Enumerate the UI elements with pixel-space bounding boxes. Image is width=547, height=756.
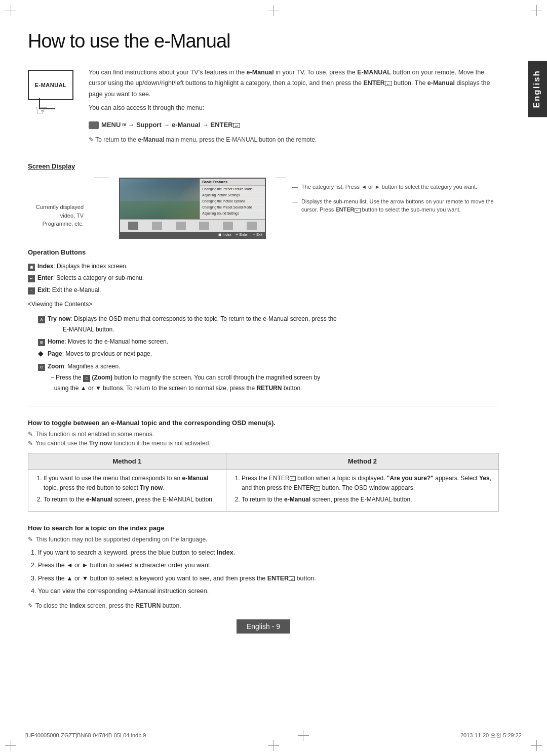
op-exit: → Exit: Exit the e-Manual.: [28, 285, 499, 296]
menu-path: MENUm → Support → e-Manual → ENTER↵: [89, 119, 499, 131]
index-section: How to search for a topic on the index p…: [28, 524, 499, 609]
op-enter: ↵ Enter: Selects a category or sub-menu.: [28, 273, 499, 284]
toggle-note-2: You cannot use the Try now function if t…: [28, 440, 499, 447]
op-index: ▣ Index: Displays the index screen.: [28, 261, 499, 272]
index-step-2: Press the ◄ or ► button to select a char…: [38, 560, 499, 571]
op-page: ◆ Page: Moves to previous or next page.: [38, 349, 499, 359]
emanual-badge: E-MANUAL: [28, 70, 73, 100]
tv-icon-2: [152, 222, 162, 230]
zoom-inline-icon: C: [83, 375, 90, 382]
page-title: How to use the e-Manual: [28, 30, 499, 52]
zoom-icon: C: [38, 364, 45, 371]
method1-header: Method 1: [28, 453, 226, 469]
page-number-container: English - 9: [28, 619, 499, 634]
menu-icon: [89, 121, 99, 129]
crosshair-footer-center: [298, 730, 309, 741]
tv-icon-6: [247, 222, 257, 230]
crosshair-top-center: [268, 5, 279, 16]
tv-icon-1: [128, 222, 138, 230]
crosshair-top-left: [5, 5, 16, 16]
tv-icon-5: [223, 222, 233, 230]
right-label-1: The category list. Press ◄ or ► button t…: [296, 183, 499, 191]
index-step-3: Press the ▲ or ▼ button to select a keyw…: [38, 573, 499, 584]
index-heading: How to search for a topic on the index p…: [28, 524, 499, 532]
right-label-2: Displays the sub-menu list. Use the arro…: [296, 197, 499, 214]
footer-left: [UF40005000-ZGZT]BN68-04784B-05L04.indb …: [25, 732, 146, 738]
tv-menu-header: Basic Features: [200, 179, 265, 186]
try-now-icon: A: [38, 316, 45, 323]
tv-menu-item-3: Changing the Picture Options: [200, 198, 265, 204]
main-content: How to use the e-Manual E-MANUAL ☞ You c…: [28, 30, 519, 634]
index-step-4: You can view the corresponding e-Manual …: [38, 585, 499, 597]
page-number-badge: English - 9: [237, 619, 290, 634]
tv-icon-bar: [120, 219, 265, 232]
tv-menu-item-5: Adjusting Sound Settings: [200, 211, 265, 216]
intro-note: To return to the e-Manual main menu, pre…: [89, 135, 499, 145]
tv-menu-item-4: Changing the Preset Sound Mode: [200, 204, 265, 211]
op-try-now: A Try now: Displays the OSD menu that co…: [38, 314, 499, 334]
intro-section: E-MANUAL ☞ You can find instructions abo…: [28, 67, 499, 152]
op-home: B Home: Moves to the e-Manual home scree…: [38, 337, 499, 347]
index-icon: ▣: [28, 264, 35, 271]
tv-icon-3: [176, 222, 186, 230]
diagram-right-labels: The category list. Press ◄ or ► button t…: [296, 183, 499, 220]
tv-menu-item-2: Adjusting Picture Settings: [200, 192, 265, 198]
method2-header: Method 2: [226, 453, 499, 469]
toggle-heading: How to toggle between an e-Manual topic …: [28, 419, 499, 427]
page-diamond-icon: ◆: [38, 350, 44, 357]
footer-right: 2013-11-20 오전 5:29:22: [460, 732, 522, 739]
left-arrow-line: [94, 178, 109, 178]
intro-text: You can find instructions about your TV'…: [89, 67, 499, 152]
operation-buttons-title: Operation Buttons: [28, 246, 499, 258]
method1-content: If you want to use the menu that corresp…: [28, 469, 226, 511]
index-note: This function may not be supported depen…: [28, 536, 499, 543]
page-footer: [UF40005000-ZGZT]BN68-04784B-05L04.indb …: [0, 730, 547, 741]
zoom-sub-text: Press the C (Zoom) button to magnify the…: [51, 372, 499, 393]
language-side-tab: English: [528, 61, 547, 117]
screen-display-section: Screen Display Currently displayed video…: [28, 162, 499, 393]
tv-status-bar: ▣ Index ↵ Enter → Exit: [120, 232, 265, 238]
index-step-1: If you want to search a keyword, press t…: [38, 547, 499, 559]
op-zoom: C Zoom: Magnifies a screen.: [38, 361, 499, 371]
tv-screen-mockup: Basic Features Changing the Preset Pictu…: [119, 178, 266, 239]
toggle-note-1: This function is not enabled in some men…: [28, 431, 499, 438]
tv-screen-image: Basic Features Changing the Preset Pictu…: [120, 179, 265, 219]
crosshair-bottom-center: [268, 740, 279, 751]
crosshair-bottom-left: [5, 740, 16, 751]
index-steps: If you want to search a keyword, press t…: [28, 547, 499, 597]
enter-icon-op: ↵: [28, 275, 35, 282]
toggle-section: How to toggle between an e-Manual topic …: [28, 419, 499, 512]
method2-content: Press the ENTER↵ button when a topic is …: [226, 469, 499, 511]
screen-display-diagram: Currently displayed video, TV Programme,…: [28, 178, 499, 239]
diagram-left-labels: Currently displayed video, TV Programme,…: [28, 203, 84, 228]
screen-display-heading: Screen Display: [28, 162, 499, 170]
home-icon: B: [38, 339, 45, 346]
try-now-section: A Try now: Displays the OSD menu that co…: [38, 314, 499, 393]
crosshair-top-right: [531, 5, 542, 16]
exit-icon: →: [28, 287, 35, 295]
hand-icon: ☞: [35, 102, 48, 118]
viewing-contents: <Viewing the Contents>: [28, 299, 499, 310]
index-footer-note: To close the Index screen, press the RET…: [28, 602, 499, 609]
tv-icon-4: [199, 222, 209, 230]
section-divider: [28, 406, 499, 406]
tv-menu-item-1: Changing the Preset Picture Mode: [200, 186, 265, 192]
method-table: Method 1 Method 2 If you want to use the…: [28, 453, 499, 512]
right-arrow-line: [276, 178, 286, 178]
operation-buttons: Operation Buttons ▣ Index: Displays the …: [28, 246, 499, 393]
crosshair-bottom-right: [531, 740, 542, 751]
